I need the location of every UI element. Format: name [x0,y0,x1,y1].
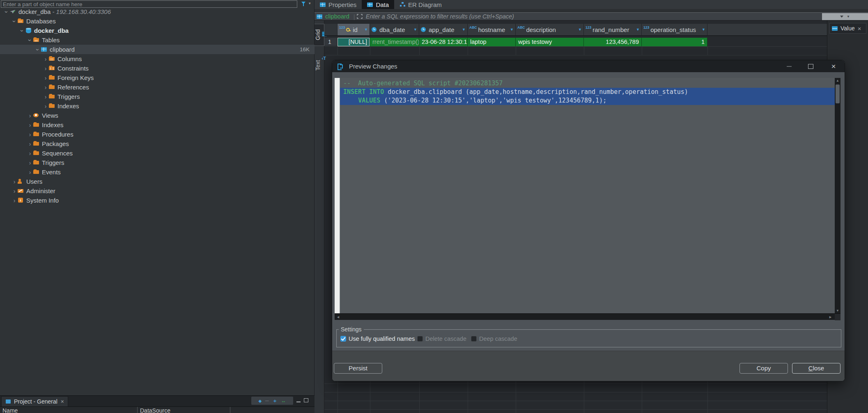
chevron-expanded-icon[interactable]: › [35,46,41,53]
tab-grid-view[interactable]: Grid [315,24,324,46]
column-header-dba_date[interactable]: dba_date▼ [370,24,419,35]
chevron-collapsed-icon[interactable]: › [27,132,33,137]
maximize-view-icon[interactable] [304,398,308,402]
tree-item-docker-dba[interactable]: ›docker_dba [0,26,315,35]
tab-er-diagram[interactable]: ER Diagram [394,0,447,9]
column-filter-arrow-icon[interactable]: ▼ [636,27,640,32]
chevron-collapsed-icon[interactable]: › [42,103,49,109]
column-filter-arrow-icon[interactable]: ▼ [578,27,582,32]
column-header-datasource[interactable]: DataSource [140,407,170,413]
checkbox-use-fully-qualified-names[interactable]: Use fully qualified names [340,335,415,342]
tree-item-views[interactable]: ›Views [0,111,315,120]
chevron-expanded-icon[interactable]: › [11,18,17,25]
row-number-cell[interactable]: 1 [324,38,338,46]
close-icon[interactable]: × [61,398,64,405]
tree-item-triggers[interactable]: ›Triggers [0,92,315,101]
chevron-collapsed-icon[interactable]: › [11,198,18,203]
chevron-collapsed-icon[interactable]: › [42,56,49,62]
chevron-collapsed-icon[interactable]: › [42,66,49,71]
apply-filter-icon[interactable] [840,16,843,18]
tab-properties[interactable]: Properties [315,0,362,9]
expand-filter-icon[interactable] [357,14,363,19]
scroll-down-icon[interactable]: ▼ [835,309,840,313]
filter-history-icon[interactable]: ▼ [847,15,850,18]
cell-description[interactable]: wpis testowy [516,38,584,46]
tree-item-procedures[interactable]: ›Procedures [0,130,315,139]
sql-text[interactable]: -- Auto-generated SQL script #2023062813… [340,78,835,313]
copy-button[interactable]: Copy [739,363,788,374]
tree-item-users[interactable]: ›Users [0,177,315,186]
column-filter-arrow-icon[interactable]: ▼ [702,27,705,32]
tree-item-clipboard[interactable]: ›clipboard16K [0,45,315,54]
sql-line[interactable]: VALUES ('2023-06-28 12:30:15','laptop','… [340,96,835,105]
chevron-collapsed-icon[interactable]: › [27,169,33,175]
tree-item-docker-dba[interactable]: ›docker_dba - 192.168.30.40:3306 [0,7,315,16]
expand-all-icon[interactable]: ＋ [273,397,278,404]
refresh-sync-icon[interactable]: ↔ [281,398,286,404]
column-filter-arrow-icon[interactable]: ▼ [462,27,466,32]
tab-value-panel[interactable]: Value × [829,23,866,34]
chevron-collapsed-icon[interactable]: › [27,141,33,147]
column-header-name[interactable]: Name [2,407,18,413]
cell-id[interactable]: [NULL] [338,38,370,46]
tree-item-system-info[interactable]: ›System Info [0,196,315,205]
filter-table-name[interactable]: clipboard [325,13,349,20]
tree-item-administer[interactable]: ›Administer [0,186,315,196]
filter-funnel-icon[interactable] [301,2,306,7]
column-filter-arrow-icon[interactable]: ▼ [510,27,514,32]
cell-hostname[interactable]: laptop [468,38,516,46]
sql-line[interactable]: INSERT INTO docker_dba.clipboard (app_da… [340,88,835,96]
maximize-button[interactable] [804,60,817,72]
column-separator[interactable] [137,407,138,413]
tree-item-databases[interactable]: ›Databases [0,16,315,26]
chevron-collapsed-icon[interactable]: › [11,179,18,185]
cell-rand_number[interactable]: 123,456,789 [584,38,642,46]
chevron-collapsed-icon[interactable]: › [27,113,33,119]
link-editor-icon[interactable]: ◆ [258,399,262,403]
tree-item-columns[interactable]: ›Columns [0,54,315,64]
tree-item-references[interactable]: ›References [0,82,315,92]
scroll-left-icon[interactable]: ◄ [336,314,340,320]
column-header-operation_status[interactable]: 123operation_status▼ [642,24,707,35]
column-separator[interactable] [230,407,230,413]
chevron-collapsed-icon[interactable]: › [27,160,33,166]
chevron-expanded-icon[interactable]: › [27,37,33,43]
close-icon[interactable]: × [858,25,861,32]
dialog-title-bar[interactable]: Preview Changes [332,60,845,72]
horizontal-scrollbar[interactable]: ◄ ► [335,313,840,320]
column-header-id[interactable]: 123id▼ [338,24,370,35]
scrollbar-thumb[interactable] [836,84,840,103]
column-filter-arrow-icon[interactable]: ▼ [413,27,417,32]
column-header-hostname[interactable]: ABChostname▼ [468,24,516,35]
tree-item-foreign-keys[interactable]: ›Foreign Keys [0,73,315,82]
scroll-up-icon[interactable]: ▲ [835,79,840,82]
chevron-expanded-icon[interactable]: › [19,27,25,34]
column-header-description[interactable]: ABCdescription▼ [516,24,584,35]
filter-actions-block[interactable]: ▼ [822,13,868,20]
close-button[interactable]: Close [792,363,840,374]
collapse-all-icon[interactable]: ─ [265,398,269,404]
checkbox-checked-icon[interactable] [340,336,346,342]
chevron-collapsed-icon[interactable]: › [42,94,49,100]
chevron-collapsed-icon[interactable]: › [42,84,49,90]
column-header-app_date[interactable]: app_date▼ [419,24,468,35]
tree-item-triggers[interactable]: ›Triggers [0,158,315,167]
column-filter-arrow-icon[interactable]: ▼ [364,27,368,32]
chevron-collapsed-icon[interactable]: › [27,151,33,156]
tree-item-indexes[interactable]: ›Indexes [0,120,315,130]
chevron-expanded-icon[interactable]: › [4,9,9,15]
tab-text-view[interactable]: Text [315,52,324,78]
cell-dba_date[interactable]: rrent_timestamp() [370,38,419,46]
tree-item-packages[interactable]: ›Packages [0,139,315,148]
column-header-rand_number[interactable]: 123rand_number▼ [584,24,642,35]
sql-filter-input[interactable]: Enter a SQL expression to filter results… [366,13,514,20]
filter-dropdown-icon[interactable]: ▾ [309,1,311,5]
tree-item-sequences[interactable]: ›Sequences [0,148,315,158]
chevron-collapsed-icon[interactable]: › [11,188,18,194]
cell-operation_status[interactable]: 1 [642,38,707,46]
persist-button[interactable]: Persist [334,363,382,374]
tree-item-constraints[interactable]: ›Constraints [0,64,315,73]
vertical-scrollbar[interactable]: ▲ ▼ [835,78,840,313]
tree-item-events[interactable]: ›Events [0,167,315,177]
tree-item-tables[interactable]: ›Tables [0,35,315,45]
